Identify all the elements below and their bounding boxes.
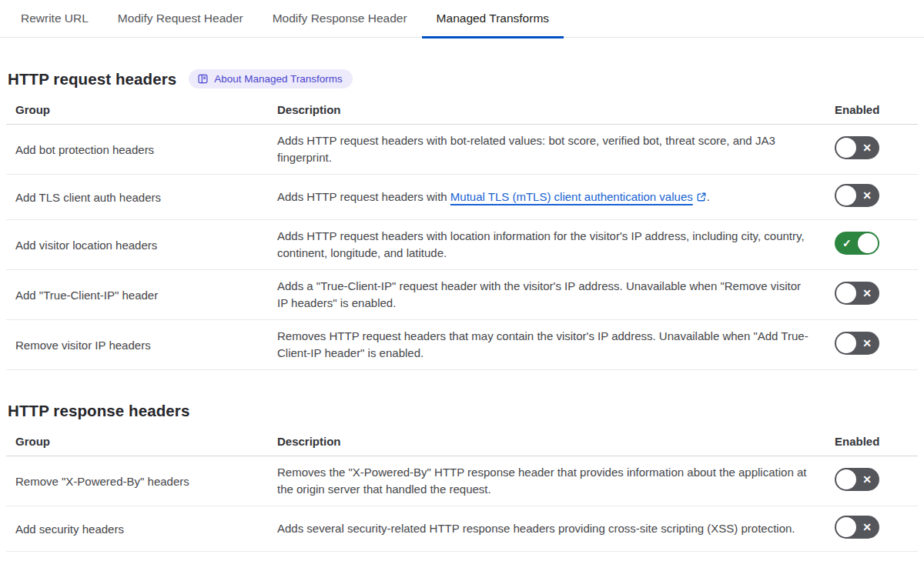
description-text: Adds a "True-Client-IP" request header w… — [277, 279, 801, 309]
group-cell: Add TLS client auth headers — [6, 191, 277, 204]
tab-label: Managed Transforms — [437, 12, 549, 25]
x-icon: ✕ — [862, 338, 872, 349]
description-link-label: Mutual TLS (mTLS) client authentication … — [450, 190, 693, 203]
enabled-toggle[interactable]: ✓ ✕ — [835, 332, 879, 355]
column-header-group: Group — [6, 435, 277, 448]
column-header-description: Description — [277, 103, 835, 116]
response-section-heading: HTTP response headers — [8, 402, 918, 420]
description-link[interactable]: Mutual TLS (mTLS) client authentication … — [450, 190, 707, 203]
http-response-headers-section: HTTP response headers Group Description … — [6, 402, 918, 552]
enabled-cell: ✓ ✕ — [835, 282, 918, 308]
group-cell: Remove "X-Powered-By" headers — [6, 475, 277, 488]
group-cell: Remove visitor IP headers — [6, 339, 277, 352]
managed-transforms-page: HTTP request headers About Managed Trans… — [0, 69, 924, 552]
description-cell: Adds HTTP request headers with bot-relat… — [277, 132, 835, 166]
toggle-knob — [858, 233, 878, 253]
column-header-enabled: Enabled — [835, 435, 918, 448]
external-link-icon — [693, 190, 707, 203]
request-table-header: Group Description Enabled — [6, 99, 918, 125]
group-cell: Add "True-Client-IP" header — [6, 289, 277, 302]
table-row: Add bot protection headers Adds HTTP req… — [6, 125, 918, 175]
enabled-toggle[interactable]: ✓ ✕ — [835, 516, 879, 539]
request-headers-table: Group Description Enabled Add bot protec… — [6, 99, 918, 370]
enabled-toggle[interactable]: ✓ ✕ — [835, 232, 879, 255]
x-icon: ✕ — [862, 190, 872, 201]
enabled-cell: ✓ ✕ — [835, 516, 918, 542]
group-cell: Add bot protection headers — [6, 143, 277, 156]
toggle-knob — [836, 517, 856, 537]
table-row: Add TLS client auth headers Adds HTTP re… — [6, 175, 918, 220]
tab-label: Rewrite URL — [21, 12, 89, 25]
http-request-headers-section: HTTP request headers About Managed Trans… — [6, 69, 918, 370]
toggle-knob — [836, 185, 856, 205]
description-cell: Adds HTTP request headers with location … — [277, 228, 835, 262]
request-section-heading: HTTP request headers About Managed Trans… — [8, 69, 918, 88]
table-row: Remove "X-Powered-By" headers Removes th… — [6, 456, 918, 506]
toggle-knob — [836, 138, 856, 158]
enabled-cell: ✓ ✕ — [835, 136, 918, 162]
enabled-toggle[interactable]: ✓ ✕ — [835, 184, 879, 207]
description-cell: Adds a "True-Client-IP" request header w… — [277, 278, 835, 312]
column-header-description: Description — [277, 435, 835, 448]
description-cell: Adds several security-related HTTP respo… — [277, 520, 835, 537]
description-text: Removes HTTP request headers that may co… — [277, 329, 808, 359]
response-headers-table: Group Description Enabled Remove "X-Powe… — [6, 431, 918, 552]
enabled-cell: ✓ ✕ — [835, 232, 918, 258]
group-cell: Add security headers — [6, 523, 277, 536]
tab-rewrite-url[interactable]: Rewrite URL — [6, 0, 103, 38]
tab-label: Modify Request Header — [118, 12, 243, 25]
toggle-knob — [836, 333, 856, 353]
description-cell: Removes HTTP request headers that may co… — [277, 328, 835, 362]
enabled-toggle[interactable]: ✓ ✕ — [835, 282, 879, 305]
description-text: Removes the "X-Powered-By" HTTP response… — [277, 466, 806, 496]
response-table-body: Remove "X-Powered-By" headers Removes th… — [6, 456, 918, 552]
about-managed-transforms-link[interactable]: About Managed Transforms — [189, 69, 353, 88]
table-row: Add "True-Client-IP" header Adds a "True… — [6, 270, 918, 320]
x-icon: ✕ — [862, 288, 872, 299]
enabled-toggle[interactable]: ✓ ✕ — [835, 136, 879, 159]
group-cell: Add visitor location headers — [6, 239, 277, 252]
x-icon: ✕ — [862, 522, 872, 533]
description-text: Adds HTTP request headers with bot-relat… — [277, 134, 775, 164]
tab-modify-request-header[interactable]: Modify Request Header — [103, 0, 258, 38]
table-row: Add visitor location headers Adds HTTP r… — [6, 220, 918, 270]
enabled-cell: ✓ ✕ — [835, 332, 918, 358]
column-header-enabled: Enabled — [835, 103, 918, 116]
request-section-title: HTTP request headers — [8, 70, 176, 88]
response-section-title: HTTP response headers — [8, 402, 189, 420]
enabled-cell: ✓ ✕ — [835, 468, 918, 494]
tab-bar: Rewrite URL Modify Request Header Modify… — [0, 0, 924, 38]
response-table-header: Group Description Enabled — [6, 431, 918, 456]
enabled-toggle[interactable]: ✓ ✕ — [835, 468, 879, 491]
toggle-knob — [836, 283, 856, 303]
open-book-icon — [197, 73, 209, 85]
table-row: Remove visitor IP headers Removes HTTP r… — [6, 320, 918, 370]
request-table-body: Add bot protection headers Adds HTTP req… — [6, 125, 918, 370]
description-text: Adds several security-related HTTP respo… — [277, 522, 795, 535]
column-header-group: Group — [6, 103, 277, 116]
description-cell: Adds HTTP request headers with Mutual TL… — [277, 189, 835, 205]
tab-managed-transforms[interactable]: Managed Transforms — [422, 0, 564, 38]
x-icon: ✕ — [862, 142, 872, 153]
description-text: Adds HTTP request headers with location … — [277, 229, 805, 259]
check-icon: ✓ — [842, 238, 852, 249]
about-badge-label: About Managed Transforms — [214, 73, 343, 85]
description-cell: Removes the "X-Powered-By" HTTP response… — [277, 464, 835, 498]
x-icon: ✕ — [862, 474, 872, 485]
table-row: Add security headers Adds several securi… — [6, 506, 918, 552]
description-text: Adds HTTP request headers with — [277, 190, 450, 203]
tab-modify-response-header[interactable]: Modify Response Header — [258, 0, 422, 38]
tab-label: Modify Response Header — [273, 12, 407, 25]
toggle-knob — [836, 469, 856, 489]
description-suffix: . — [707, 190, 710, 203]
enabled-cell: ✓ ✕ — [835, 184, 918, 210]
